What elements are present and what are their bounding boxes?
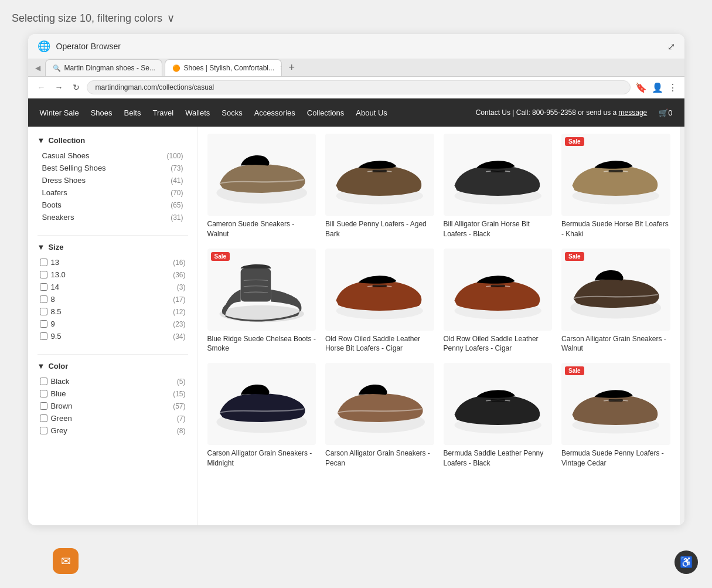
nav-winter-sale[interactable]: Winter Sale	[40, 108, 79, 117]
collection-name-2: Dress Shoes	[42, 176, 86, 185]
back-nav-button[interactable]: ←	[35, 81, 48, 93]
tab-back-button[interactable]: ◀	[33, 60, 43, 76]
product-card-0[interactable]: Cameron Suede Sneakers - Walnut	[207, 134, 316, 239]
products-area: Cameron Suede Sneakers - Walnut Bill Sue…	[198, 127, 680, 525]
product-card-4[interactable]: Sale Blue Ridge Suede Chelsea Boots - Sm…	[207, 249, 316, 354]
size-count-0: (16)	[173, 259, 185, 267]
page-header-chevron[interactable]: ∨	[167, 12, 175, 25]
sidebar-item-best-selling[interactable]: Best Selling Shoes (73)	[38, 162, 188, 174]
size-checkbox-8-5[interactable]	[40, 308, 47, 315]
size-filter-14[interactable]: 14 (3)	[38, 281, 188, 293]
tab-close-1[interactable]: ×	[280, 64, 281, 72]
color-filter-blue[interactable]: Blue (15)	[38, 388, 188, 400]
color-filter-black[interactable]: Black (5)	[38, 375, 188, 388]
size-filter-8[interactable]: 8 (17)	[38, 293, 188, 305]
size-checkbox-8[interactable]	[40, 295, 47, 303]
product-card-8[interactable]: Carson Alligator Grain Sneakers - Midnig…	[207, 363, 316, 468]
product-name-6: Old Row Oiled Saddle Leather Penny Loafe…	[444, 334, 553, 354]
product-image-11: Sale	[561, 363, 670, 445]
bookmark-icon[interactable]: 🔖	[635, 82, 647, 93]
globe-icon: 🌐	[38, 40, 50, 53]
contact-message-link[interactable]: message	[619, 108, 648, 117]
size-filter-13[interactable]: 13 (16)	[38, 256, 188, 268]
size-checkbox-9[interactable]	[40, 320, 47, 328]
color-filter-grey[interactable]: Grey (8)	[38, 424, 188, 437]
nav-wallets[interactable]: Wallets	[185, 108, 210, 117]
tab-label-0: Martin Dingman shoes - Se...	[64, 64, 155, 72]
nav-socks[interactable]: Socks	[222, 108, 242, 117]
mail-button[interactable]: ✉	[53, 548, 79, 574]
page-header-text: Selecting size 10, filtering colors	[12, 12, 162, 25]
product-name-8: Carson Alligator Grain Sneakers - Midnig…	[207, 448, 316, 468]
svg-rect-19	[608, 399, 623, 402]
color-checkbox-black[interactable]	[40, 378, 47, 385]
size-checkbox-13[interactable]	[40, 259, 47, 266]
product-image-5	[325, 249, 434, 331]
nav-collections[interactable]: Collections	[307, 108, 345, 117]
size-title-text: Size	[48, 243, 63, 251]
refresh-nav-button[interactable]: ↻	[70, 81, 82, 93]
add-tab-button[interactable]: +	[284, 59, 300, 76]
size-filter-9[interactable]: 9 (23)	[38, 318, 188, 330]
size-label-1: 13.0	[51, 270, 66, 279]
main-scrollbar[interactable]	[680, 127, 684, 525]
browser-tab-1[interactable]: 🟠 Shoes | Stylish, Comfortabl... ×	[165, 59, 282, 76]
browser-titlebar: 🌐 Operator Browser ⤢	[28, 34, 684, 59]
size-filter-8-5[interactable]: 8.5 (12)	[38, 305, 188, 318]
nav-shoes[interactable]: Shoes	[91, 108, 113, 117]
color-filter-green[interactable]: Green (7)	[38, 412, 188, 424]
color-count-4: (8)	[177, 427, 186, 435]
forward-nav-button[interactable]: →	[53, 81, 66, 93]
color-filter-brown[interactable]: Brown (57)	[38, 400, 188, 412]
product-card-3[interactable]: Sale Bermuda Suede Horse Bit Loafers - K…	[561, 134, 670, 239]
product-card-7[interactable]: Sale Carson Alligator Grain Sneakers - W…	[561, 249, 670, 354]
sidebar-item-sneakers[interactable]: Sneakers (31)	[38, 211, 188, 223]
cart-icon[interactable]: 🛒0	[659, 108, 672, 117]
color-checkbox-grey[interactable]	[40, 427, 47, 434]
menu-icon[interactable]: ⋮	[668, 82, 677, 93]
product-card-2[interactable]: Bill Alligator Grain Horse Bit Loafers -…	[444, 134, 553, 239]
collection-name-0: Casual Shoes	[42, 151, 90, 160]
size-count-3: (17)	[173, 295, 185, 304]
sidebar-item-dress-shoes[interactable]: Dress Shoes (41)	[38, 174, 188, 186]
address-bar-input[interactable]	[87, 80, 631, 94]
color-checkbox-brown[interactable]	[40, 402, 47, 410]
color-checkbox-green[interactable]	[40, 414, 47, 422]
product-card-9[interactable]: Carson Alligator Grain Sneakers - Pecan	[325, 363, 434, 468]
size-checkbox-9-5[interactable]	[40, 332, 47, 340]
nav-about-us[interactable]: About Us	[356, 108, 387, 117]
size-filter-9-5[interactable]: 9.5 (34)	[38, 330, 188, 342]
product-name-5: Old Row Oiled Saddle Leather Horse Bit L…	[325, 334, 434, 354]
nav-belts[interactable]: Belts	[124, 108, 141, 117]
svg-rect-10	[372, 284, 387, 287]
sidebar-item-loafers[interactable]: Loafers (70)	[38, 186, 188, 199]
browser-tab-0[interactable]: 🔍 Martin Dingman shoes - Se... ×	[45, 59, 162, 76]
browser-tabs: ◀ 🔍 Martin Dingman shoes - Se... × 🟠 Sho…	[28, 59, 684, 77]
tab-close-0[interactable]: ×	[161, 64, 162, 72]
sidebar: ▼ Collection Casual Shoes (100) Best Sel…	[28, 127, 198, 525]
collection-filter-section: ▼ Collection Casual Shoes (100) Best Sel…	[38, 136, 188, 223]
size-count-1: (36)	[173, 271, 185, 279]
size-count-5: (23)	[173, 320, 185, 328]
product-card-1[interactable]: Bill Suede Penny Loafers - Aged Bark	[325, 134, 434, 239]
accessibility-button[interactable]: ♿	[674, 550, 698, 574]
color-checkbox-blue[interactable]	[40, 390, 47, 397]
sidebar-item-boots[interactable]: Boots (65)	[38, 199, 188, 211]
size-filter-13-0[interactable]: 13.0 (36)	[38, 268, 188, 281]
product-name-11: Bermuda Suede Penny Loafers - Vintage Ce…	[561, 448, 670, 468]
sidebar-item-casual-shoes[interactable]: Casual Shoes (100)	[38, 149, 188, 162]
product-name-4: Blue Ridge Suede Chelsea Boots - Smoke	[207, 334, 316, 354]
product-image-3: Sale	[561, 134, 670, 216]
nav-accessories[interactable]: Accessories	[254, 108, 295, 117]
product-card-6[interactable]: Old Row Oiled Saddle Leather Penny Loafe…	[444, 249, 553, 354]
size-label-3: 8	[51, 295, 55, 304]
nav-travel[interactable]: Travel	[152, 108, 173, 117]
product-card-10[interactable]: Bermuda Saddle Leather Penny Loafers - B…	[444, 363, 553, 468]
size-checkbox-13-0[interactable]	[40, 271, 47, 278]
expand-button[interactable]: ⤢	[667, 41, 675, 52]
profile-icon[interactable]: 👤	[652, 82, 663, 93]
product-card-11[interactable]: Sale Bermuda Suede Penny Loafers - Vinta…	[561, 363, 670, 468]
color-label-0: Black	[51, 377, 70, 386]
size-checkbox-14[interactable]	[40, 283, 47, 291]
product-card-5[interactable]: Old Row Oiled Saddle Leather Horse Bit L…	[325, 249, 434, 354]
